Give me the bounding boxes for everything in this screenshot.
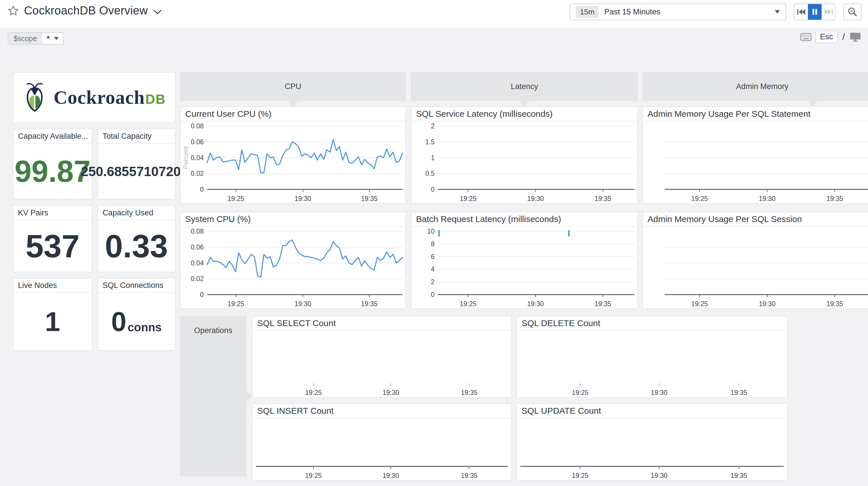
- svg-text:0.08: 0.08: [191, 122, 204, 130]
- time-forward-button[interactable]: [822, 4, 835, 20]
- svg-text:19:35: 19:35: [827, 300, 843, 308]
- stat-label: SQL Connections: [98, 279, 175, 293]
- svg-text:19:30: 19:30: [382, 389, 399, 396]
- stat-value: 1: [13, 293, 92, 350]
- svg-text:19:25: 19:25: [305, 472, 322, 479]
- svg-text:19:25: 19:25: [460, 195, 476, 202]
- svg-text:0.02: 0.02: [191, 275, 204, 283]
- svg-text:19:30: 19:30: [759, 195, 776, 202]
- svg-text:19:30: 19:30: [527, 195, 544, 202]
- chart-title: Batch Request Latency (milliseconds): [411, 212, 638, 227]
- svg-text:19:35: 19:35: [827, 195, 843, 202]
- scope-value-text: *: [47, 34, 50, 43]
- fullscreen-monitor-icon[interactable]: [849, 32, 861, 42]
- keyboard-icon: [800, 33, 811, 41]
- pause-icon: [811, 8, 818, 16]
- stat-label: Total Capacity: [98, 129, 175, 144]
- stat-value: 99.87: [13, 144, 92, 199]
- svg-text:19:30: 19:30: [651, 389, 668, 396]
- svg-text:0: 0: [200, 185, 204, 193]
- template-variable-scope[interactable]: $scope *: [8, 32, 64, 45]
- svg-text:19:30: 19:30: [759, 300, 776, 308]
- chart-title: System CPU (%): [181, 212, 405, 227]
- shortcut-hints: Esc /: [800, 31, 861, 43]
- chart-plot-sql-update-count[interactable]: 19:2519:3019:35: [517, 418, 787, 480]
- chart-plot-system-cpu[interactable]: 0.080.060.040.02019:2519:3019:35: [181, 227, 405, 309]
- stat-card-sql-connections: SQL Connections 0 conns: [97, 278, 176, 351]
- svg-text:6: 6: [431, 253, 435, 260]
- page-title: CockroachDB Overview: [24, 4, 148, 17]
- chart-title: SQL DELETE Count: [517, 316, 787, 331]
- svg-text:19:35: 19:35: [461, 389, 477, 396]
- chart-title: SQL Service Latency (milliseconds): [411, 107, 638, 121]
- chart-title: Current User CPU (%): [181, 107, 405, 121]
- stat-card-kv-pairs: KV Pairs 537: [13, 205, 92, 273]
- chart-plot-admin-memory-statement[interactable]: 19:2519:3019:35: [643, 121, 868, 203]
- magnifier-minus-icon: [847, 7, 857, 17]
- chart-plot-admin-memory-session[interactable]: 19:2519:3019:35: [643, 227, 868, 309]
- svg-text:1.5: 1.5: [425, 138, 435, 146]
- chart-title: SQL SELECT Count: [252, 316, 512, 331]
- stat-value: 0 conns: [98, 293, 175, 350]
- chart-plot-sql-insert-count[interactable]: 19:2519:3019:35: [252, 418, 512, 480]
- svg-text:19:35: 19:35: [595, 300, 612, 308]
- favorite-star-icon[interactable]: [8, 5, 19, 16]
- chart-title: Admin Memory Usage Per SQL Session: [643, 212, 868, 227]
- chart-plot-sql-select-count[interactable]: 19:2519:3019:35: [252, 331, 512, 397]
- esc-key-badge: Esc: [815, 31, 838, 43]
- group-header-operations[interactable]: Operations: [180, 316, 246, 477]
- timeline-playback-group: [794, 3, 836, 20]
- slash-separator: /: [842, 31, 845, 42]
- stat-number: 250.6855710720: [81, 164, 181, 179]
- svg-text:19:25: 19:25: [305, 389, 322, 396]
- stat-value: 0.33: [98, 220, 175, 272]
- cockroach-bug-icon: [22, 82, 47, 113]
- svg-text:19:35: 19:35: [361, 195, 378, 202]
- chart-plot-current-user-cpu[interactable]: 0.080.060.040.02019:2519:3019:35Percent: [181, 121, 405, 203]
- cockroachdb-logo-card: CockroachDB: [13, 72, 176, 123]
- group-header-latency[interactable]: Latency: [411, 72, 638, 101]
- chart-plot-sql-service-latency[interactable]: 21.510.5019:2519:3019:35: [411, 121, 638, 203]
- time-backward-button[interactable]: [794, 4, 808, 20]
- time-range-picker[interactable]: 15m Past 15 Minutes: [569, 3, 786, 20]
- group-header-admin-memory[interactable]: Admin Memory: [642, 72, 868, 101]
- scope-variable-name: $scope: [8, 33, 42, 44]
- group-header-cpu[interactable]: CPU: [180, 72, 406, 101]
- stat-value: 250.6855710720 GB: [98, 144, 175, 199]
- chart-card-sql-update-count: SQL UPDATE Count 19:2519:3019:35: [516, 403, 788, 481]
- chart-plot-sql-delete-count[interactable]: 19:2519:3019:35: [517, 331, 787, 397]
- caret-down-icon: [775, 10, 780, 13]
- time-range-label: Past 15 Minutes: [604, 7, 660, 17]
- stat-label: KV Pairs: [13, 206, 92, 220]
- scope-variable-value: *: [42, 33, 64, 44]
- stat-value: 537: [13, 220, 92, 272]
- svg-text:19:35: 19:35: [461, 472, 477, 479]
- svg-text:0.04: 0.04: [191, 259, 204, 267]
- stat-label: Capacity Used: [98, 206, 175, 220]
- title-chevron-down-icon[interactable]: [153, 9, 162, 15]
- pause-button[interactable]: [808, 4, 822, 20]
- stat-card-capacity-used: Capacity Used 0.33: [97, 205, 176, 273]
- svg-text:8: 8: [431, 240, 435, 248]
- svg-text:10: 10: [427, 228, 435, 235]
- skip-back-icon: [796, 8, 806, 15]
- svg-text:0.08: 0.08: [191, 228, 204, 235]
- chart-card-batch-request-latency: Batch Request Latency (milliseconds) 108…: [411, 211, 638, 309]
- svg-text:4: 4: [431, 265, 435, 273]
- stat-unit: conns: [128, 321, 162, 334]
- svg-text:2: 2: [431, 278, 435, 286]
- svg-text:19:30: 19:30: [527, 300, 544, 308]
- svg-text:19:25: 19:25: [572, 389, 589, 396]
- caret-down-icon: [54, 37, 59, 40]
- svg-text:Percent: Percent: [182, 146, 190, 169]
- stat-card-live-nodes: Live Nodes 1: [13, 278, 92, 351]
- chart-title: Admin Memory Usage Per SQL Statement: [643, 107, 868, 121]
- chart-plot-batch-request-latency[interactable]: 108642019:2519:3019:35: [411, 227, 638, 309]
- chart-card-sql-service-latency: SQL Service Latency (milliseconds) 21.51…: [411, 106, 638, 204]
- zoom-out-button[interactable]: [843, 3, 862, 20]
- svg-text:0: 0: [431, 291, 435, 298]
- svg-text:0.06: 0.06: [191, 138, 204, 146]
- svg-text:19:35: 19:35: [731, 472, 747, 479]
- stat-label: Live Nodes: [13, 279, 92, 293]
- svg-text:0.04: 0.04: [191, 154, 204, 162]
